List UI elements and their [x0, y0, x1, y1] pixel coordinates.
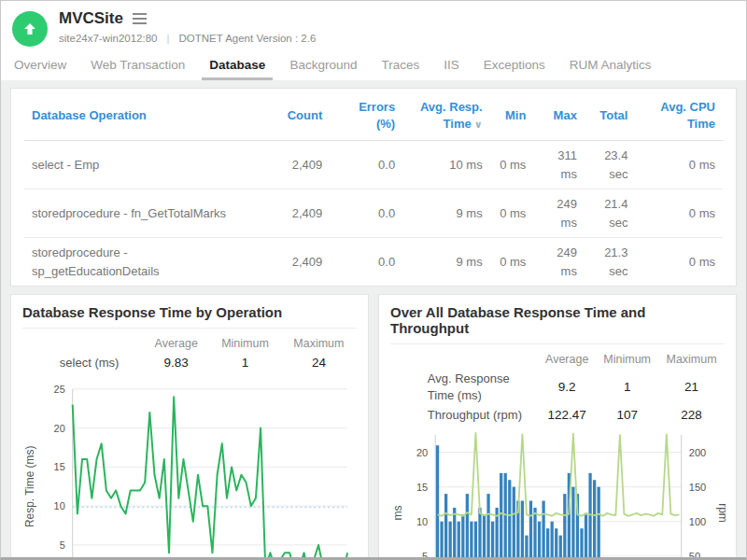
tab-rum-analytics[interactable]: RUM Analytics [570, 58, 652, 72]
response-throughput-combo-chart[interactable]: 0510152005010015020014:2614:4114:5615:11… [390, 427, 725, 557]
cell-min: 0 ms [490, 141, 534, 189]
tab-traces[interactable]: Traces [381, 58, 419, 72]
table-row[interactable]: storedprocedure - fn_GetTotalMarks 2,409… [24, 189, 723, 238]
app-window: MVCSite site24x7-win2012:80|DOTNET Agent… [0, 0, 747, 560]
svg-text:rpm: rpm [716, 503, 729, 523]
right-chart-panel: Over All Database Response Time and Thro… [378, 294, 737, 557]
cell-errors: 0.0 [330, 141, 402, 189]
cell-count: 2,409 [257, 141, 330, 189]
col-database-operation[interactable]: Database Operation [24, 91, 257, 141]
tab-web-transaction[interactable]: Web Transaction [91, 58, 185, 72]
col-min[interactable]: Min [490, 91, 534, 141]
stat-header-maximum: Maximum [281, 334, 357, 353]
col-max[interactable]: Max [533, 91, 585, 141]
cell-operation[interactable]: storedprocedure - sp_getEducationDetails [24, 238, 257, 287]
menu-icon[interactable] [133, 10, 147, 27]
app-header: MVCSite site24x7-win2012:80|DOTNET Agent… [1, 1, 746, 47]
col-avg-cpu-time[interactable]: Avg. CPU Time [635, 91, 723, 141]
left-stats-table: Average Minimum Maximum select (ms) 9.83… [56, 334, 357, 373]
cell-operation[interactable]: storedprocedure - fn_GetTotalMarks [24, 189, 257, 238]
stat-minimum: 1 [209, 353, 281, 373]
svg-text:Resp. Time (ms): Resp. Time (ms) [23, 445, 36, 526]
stat-header-average: Average [143, 334, 209, 353]
tab-exceptions[interactable]: Exceptions [484, 58, 545, 72]
right-panel-title: Over All Database Response Time and Thro… [390, 304, 725, 344]
left-chart-panel: Database Response Time by Operation Aver… [10, 294, 369, 557]
svg-text:10: 10 [54, 500, 65, 511]
cell-max: 311 ms [533, 141, 585, 189]
stat-label: Throughput (rpm) [424, 405, 538, 426]
response-time-line-chart[interactable]: 051015202514:2614:3614:4614:5615:0615:16… [22, 375, 357, 557]
table-header-row: Database Operation Count Errors (%) Avg.… [24, 91, 723, 141]
left-panel-title: Database Response Time by Operation [22, 304, 357, 329]
svg-text:5: 5 [422, 551, 428, 557]
svg-text:20: 20 [416, 446, 428, 457]
cell-errors: 0.0 [330, 189, 402, 238]
svg-text:100: 100 [689, 516, 706, 527]
tab-background[interactable]: Background [289, 58, 357, 72]
tab-iis[interactable]: IIS [444, 58, 459, 72]
stat-row: Throughput (rpm) 122.47 107 228 [424, 405, 725, 426]
host-name: site24x7-win2012:80 [59, 33, 158, 44]
cell-cpu: 0 ms [635, 189, 723, 238]
svg-text:50: 50 [689, 551, 700, 557]
cell-count: 2,409 [257, 238, 330, 287]
stat-minimum: 107 [596, 405, 658, 426]
stat-minimum: 1 [596, 369, 658, 405]
tab-bar: Overview Web Transaction Database Backgr… [1, 47, 746, 80]
stat-label: Avg. Response Time (ms) [424, 369, 538, 405]
cell-count: 2,409 [257, 189, 330, 238]
tab-overview[interactable]: Overview [14, 58, 66, 72]
stat-header-average: Average [538, 350, 596, 369]
cell-avg-resp: 10 ms [402, 141, 489, 189]
svg-text:ms: ms [391, 505, 404, 520]
svg-text:150: 150 [689, 481, 706, 492]
right-stats-table: Average Minimum Maximum Avg. Response Ti… [424, 350, 725, 426]
agent-version: DOTNET Agent Version : 2.6 [179, 33, 317, 44]
stat-label: select (ms) [56, 353, 143, 373]
stat-header-minimum: Minimum [596, 350, 658, 369]
cell-avg-resp: 9 ms [402, 189, 489, 238]
cell-total: 23.4 sec [585, 141, 636, 189]
svg-text:20: 20 [54, 422, 65, 433]
col-avg-resp-time[interactable]: Avg. Resp. Time∨ [402, 91, 489, 141]
svg-text:5: 5 [60, 539, 65, 551]
stat-header-minimum: Minimum [209, 334, 281, 353]
stat-header-maximum: Maximum [658, 350, 725, 369]
col-errors[interactable]: Errors (%) [330, 91, 402, 141]
cell-min: 0 ms [490, 189, 534, 238]
stat-maximum: 228 [658, 405, 725, 426]
cell-avg-resp: 9 ms [402, 238, 489, 287]
cell-total: 21.4 sec [585, 189, 636, 238]
table-row[interactable]: storedprocedure - sp_getEducationDetails… [24, 238, 723, 287]
svg-text:200: 200 [689, 446, 706, 457]
up-arrow-icon [21, 21, 38, 37]
table-row[interactable]: select - Emp 2,409 0.0 10 ms 0 ms 311 ms… [24, 141, 723, 189]
svg-text:15: 15 [54, 461, 65, 472]
main-content: Database Operation Count Errors (%) Avg.… [1, 80, 746, 557]
svg-text:10: 10 [416, 516, 428, 527]
cell-total: 21.3 sec [585, 238, 636, 287]
divider: | [167, 33, 170, 44]
stat-average: 9.2 [538, 369, 596, 405]
stat-row: Avg. Response Time (ms) 9.2 1 21 [424, 369, 725, 405]
cell-operation[interactable]: select - Emp [24, 141, 257, 189]
stat-average: 9.83 [143, 353, 209, 373]
operations-table-card: Database Operation Count Errors (%) Avg.… [10, 88, 737, 287]
cell-max: 249 ms [533, 189, 585, 238]
cell-max: 249 ms [533, 238, 585, 287]
col-total[interactable]: Total [585, 91, 636, 141]
tab-database[interactable]: Database [209, 58, 265, 72]
stat-row: select (ms) 9.83 1 24 [56, 353, 357, 373]
status-up-icon [12, 11, 48, 47]
stat-maximum: 21 [658, 369, 725, 405]
operations-table: Database Operation Count Errors (%) Avg.… [24, 91, 723, 286]
cell-cpu: 0 ms [635, 238, 723, 287]
cell-cpu: 0 ms [635, 141, 723, 189]
col-count[interactable]: Count [257, 91, 330, 141]
svg-text:15: 15 [416, 481, 428, 492]
sort-chevron-down-icon[interactable]: ∨ [474, 119, 483, 130]
stat-maximum: 24 [281, 353, 357, 373]
stat-average: 122.47 [538, 405, 596, 426]
cell-errors: 0.0 [330, 238, 402, 287]
